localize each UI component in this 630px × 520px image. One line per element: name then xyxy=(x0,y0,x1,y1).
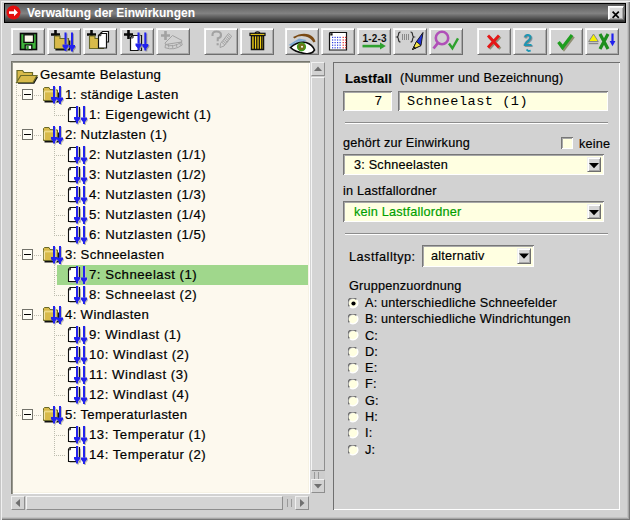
svg-text:1-2-3: 1-2-3 xyxy=(363,33,388,44)
svg-text:2: 2 xyxy=(523,32,532,49)
